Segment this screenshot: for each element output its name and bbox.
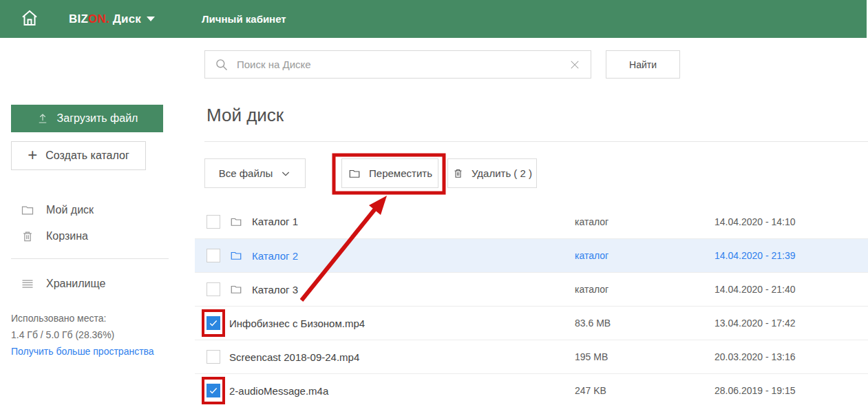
move-button[interactable]: Переместить xyxy=(341,158,438,188)
file-type-size: каталог xyxy=(575,216,608,227)
checkbox-wrap xyxy=(207,384,220,397)
file-date: 14.04.2020 - 14:10 xyxy=(714,216,818,227)
app-header: BIZON. Диск Личный кабинет xyxy=(0,0,867,38)
sidebar-item-label: Хранилище xyxy=(46,278,105,290)
sidebar: Загрузить файл + Создать каталог Мой дис… xyxy=(0,38,195,414)
sidebar-divider xyxy=(11,258,169,259)
file-name[interactable]: Инфобизнес с Бизоном.mp4 xyxy=(229,318,365,329)
file-name[interactable]: Screencast 2018-09-24.mp4 xyxy=(229,351,359,363)
checkbox-wrap xyxy=(207,249,220,262)
file-table: Каталог 1 каталог 14.04.2020 - 14:10 Кат… xyxy=(195,205,868,407)
title-divider xyxy=(204,141,868,142)
filter-dropdown[interactable]: Все файлы xyxy=(204,158,306,188)
table-row[interactable]: Каталог 2 каталог 14.04.2020 - 21:39 xyxy=(195,238,868,272)
find-button[interactable]: Найти xyxy=(606,50,680,79)
page-title: Мой диск xyxy=(207,105,284,126)
chevron-down-icon xyxy=(280,168,291,179)
folder-icon xyxy=(229,283,243,296)
folder-icon xyxy=(229,249,243,262)
search-input[interactable] xyxy=(237,59,569,70)
sidebar-item-label: Корзина xyxy=(46,230,88,242)
home-button[interactable] xyxy=(19,8,40,31)
checkbox-wrap xyxy=(207,350,220,364)
checkmark-icon xyxy=(209,318,218,328)
file-name[interactable]: Каталог 1 xyxy=(252,216,298,227)
chevron-down-icon xyxy=(147,17,155,21)
file-type-size: 195 MB xyxy=(575,351,608,362)
create-folder-button[interactable]: + Создать каталог xyxy=(11,141,146,170)
row-checkbox[interactable] xyxy=(207,215,220,229)
storage-lines-icon xyxy=(21,277,34,291)
brand-biz: BIZ xyxy=(69,12,88,26)
sidebar-item-storage[interactable]: Хранилище xyxy=(21,277,105,291)
upload-file-label: Загрузить файл xyxy=(57,112,138,125)
clear-search-button[interactable] xyxy=(569,59,581,71)
create-folder-label: Создать каталог xyxy=(45,149,129,162)
file-date: 14.04.2020 - 21:39 xyxy=(714,250,818,261)
plus-icon: + xyxy=(28,147,37,163)
sidebar-item-label: Мой диск xyxy=(46,204,94,216)
file-type-size: 83.6 MB xyxy=(575,318,611,329)
trash-icon xyxy=(21,229,34,243)
move-label: Переместить xyxy=(369,167,432,179)
checkmark-icon xyxy=(209,386,218,395)
storage-usage-line2: 1.4 Гб / 5.0 Гб (28.36%) xyxy=(11,327,154,343)
sidebar-item-trash[interactable]: Корзина xyxy=(21,229,88,243)
folder-icon xyxy=(229,216,243,228)
get-more-space-link[interactable]: Получить больше пространства xyxy=(11,343,154,360)
file-type-size: каталог xyxy=(575,250,608,261)
file-name[interactable]: 2-audioMessage.m4a xyxy=(229,385,328,397)
row-checkbox[interactable] xyxy=(207,249,220,262)
table-row[interactable]: Инфобизнес с Бизоном.mp4 83.6 MB 13.04.2… xyxy=(195,306,868,340)
storage-usage-line1: Использовано места: xyxy=(11,310,154,327)
brand-disk: Диск xyxy=(109,12,141,26)
delete-button[interactable]: Удалить ( 2 ) xyxy=(447,158,537,188)
brand-logo[interactable]: BIZON. Диск xyxy=(69,12,155,26)
checkbox-wrap xyxy=(207,282,220,296)
table-row[interactable]: Каталог 3 каталог 14.04.2020 - 21:40 xyxy=(195,272,868,306)
checkbox-wrap xyxy=(207,215,220,229)
file-type-size: 247 KB xyxy=(575,385,606,396)
delete-label: Удалить ( 2 ) xyxy=(472,167,532,179)
filter-label: Все файлы xyxy=(219,167,273,179)
upload-file-button[interactable]: Загрузить файл xyxy=(11,105,163,132)
home-icon xyxy=(19,8,40,31)
row-checkbox[interactable] xyxy=(207,350,220,364)
file-date: 14.04.2020 - 21:40 xyxy=(714,284,818,295)
nav-personal-cabinet[interactable]: Личный кабинет xyxy=(202,13,286,25)
folder-icon xyxy=(21,203,34,217)
file-name[interactable]: Каталог 3 xyxy=(252,284,298,296)
search-box xyxy=(204,50,591,79)
main-content: Найти Мой диск Все файлы Переместить Уда… xyxy=(195,38,868,414)
close-icon xyxy=(569,59,581,71)
file-date: 28.06.2019 - 19:15 xyxy=(714,385,818,396)
brand-on: ON. xyxy=(88,12,109,26)
checkbox-wrap xyxy=(207,316,220,330)
trash-icon xyxy=(452,167,464,180)
table-row[interactable]: Screencast 2018-09-24.mp4 195 MB 20.03.2… xyxy=(195,340,868,373)
table-row[interactable]: Каталог 1 каталог 14.04.2020 - 14:10 xyxy=(195,205,868,238)
sidebar-item-my-disk[interactable]: Мой диск xyxy=(21,203,94,217)
table-row[interactable]: 2-audioMessage.m4a 247 KB 28.06.2019 - 1… xyxy=(195,373,868,407)
storage-usage-block: Использовано места: 1.4 Гб / 5.0 Гб (28.… xyxy=(11,310,154,360)
file-date: 13.04.2020 - 17:42 xyxy=(714,318,818,329)
row-checkbox[interactable] xyxy=(207,384,220,397)
row-checkbox[interactable] xyxy=(207,316,220,330)
upload-icon xyxy=(36,112,49,125)
file-type-size: каталог xyxy=(575,284,608,295)
file-name[interactable]: Каталог 2 xyxy=(252,250,298,262)
folder-icon xyxy=(348,167,361,180)
search-icon xyxy=(215,58,229,72)
row-checkbox[interactable] xyxy=(207,282,220,296)
file-date: 20.03.2020 - 13:16 xyxy=(714,351,818,362)
